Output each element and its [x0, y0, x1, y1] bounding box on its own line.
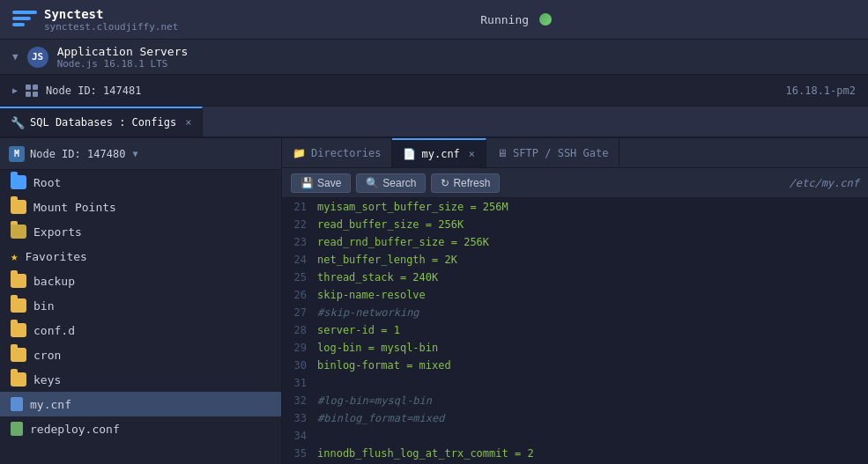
save-button[interactable]: 💾 Save	[291, 173, 351, 193]
arrow-right-icon: ▶	[12, 85, 18, 95]
sidebar-item-mount-points[interactable]: Mount Points	[0, 195, 281, 219]
sidebar-item-label: Favorites	[25, 250, 86, 263]
refresh-button[interactable]: ↻ Refresh	[431, 173, 500, 193]
file-path-label: /etc/my.cnf	[790, 177, 859, 189]
tab-close-icon[interactable]: ×	[185, 116, 191, 129]
sidebar-item-exports[interactable]: Exports	[0, 219, 281, 244]
code-line: 31	[282, 374, 868, 392]
line-content: log-bin = mysql-bin	[317, 339, 438, 357]
svg-rect-3	[33, 92, 38, 97]
sidebar-header[interactable]: M Node ID: 147480 ▼	[0, 138, 281, 170]
tab-close-icon[interactable]: ×	[469, 148, 475, 160]
tab-label: SFTP / SSH Gate	[513, 147, 608, 159]
save-icon: 💾	[300, 177, 314, 189]
file-icon: 📄	[403, 148, 416, 160]
line-number: 31	[282, 374, 317, 392]
line-number: 21	[282, 198, 317, 216]
svg-rect-0	[26, 85, 31, 90]
m-badge: M	[9, 146, 25, 162]
line-number: 24	[282, 251, 317, 269]
line-content: #binlog_format=mixed	[317, 409, 445, 427]
outer-tab-bar: 🔧 SQL Databases : Configs ×	[0, 107, 868, 138]
sidebar-item-bin[interactable]: bin	[0, 293, 281, 318]
sidebar-item-redeployconf[interactable]: redeploy.conf	[0, 416, 281, 441]
app-servers-label: Application Servers	[57, 45, 189, 58]
sidebar-item-backup[interactable]: backup	[0, 269, 281, 293]
folder-icon	[11, 323, 26, 337]
refresh-label: Refresh	[453, 177, 490, 189]
svg-rect-1	[33, 85, 38, 90]
node-selector-label: Node ID: 147480	[30, 148, 125, 160]
sidebar-item-label: backup	[33, 275, 75, 288]
app-info: Synctest synctest.cloudjiffy.net	[44, 7, 178, 33]
line-number: 30	[282, 357, 317, 374]
dropdown-arrow-icon: ▼	[132, 149, 137, 158]
line-content	[317, 427, 323, 445]
tab-sftp[interactable]: 🖥 SFTP / SSH Gate	[486, 138, 619, 167]
sidebar-item-label: keys	[33, 373, 61, 387]
sidebar-item-label: Mount Points	[33, 201, 116, 214]
line-number: 35	[282, 445, 317, 462]
line-content: server-id = 1	[317, 321, 400, 339]
sidebar-item-label: cron	[33, 349, 61, 362]
app-servers-info: Application Servers Node.js 16.18.1 LTS	[57, 45, 189, 70]
status-indicator	[538, 11, 553, 27]
tab-label: my.cnf	[421, 148, 459, 160]
sidebar-item-cron[interactable]: cron	[0, 342, 281, 367]
status-label: Running	[480, 13, 529, 26]
star-icon: ★	[11, 249, 18, 263]
code-line: 34	[282, 427, 868, 445]
code-line: 26skip-name-resolve	[282, 286, 868, 304]
code-line: 24net_buffer_length = 2K	[282, 251, 868, 269]
editor-toolbar: 💾 Save 🔍 Search ↻ Refresh /etc/my.cnf	[282, 168, 868, 198]
sidebar-item-label: redeploy.conf	[30, 423, 120, 436]
app-name: Synctest	[44, 7, 178, 21]
code-line: 25thread_stack = 240K	[282, 269, 868, 286]
sidebar-item-label: bin	[33, 299, 54, 313]
line-content: binlog-format = mixed	[317, 357, 451, 374]
tab-directories[interactable]: 📁 Directories	[282, 138, 392, 167]
search-label: Search	[382, 177, 416, 189]
app-servers-subtitle: Node.js 16.18.1 LTS	[57, 58, 189, 70]
top-bar: Synctest synctest.cloudjiffy.net Running	[0, 0, 868, 40]
line-content: thread_stack = 240K	[317, 269, 438, 286]
sidebar-item-confd[interactable]: conf.d	[0, 318, 281, 342]
refresh-icon: ↻	[441, 177, 449, 189]
file-icon	[11, 422, 23, 436]
svg-rect-2	[26, 92, 31, 97]
sidebar-item-mycnf[interactable]: my.cnf	[0, 392, 281, 416]
sidebar-item-label: conf.d	[33, 324, 75, 337]
sidebar-item-label: Exports	[33, 225, 82, 239]
line-number: 28	[282, 321, 317, 339]
code-line: 33#binlog_format=mixed	[282, 409, 868, 427]
expand-icon: ▼	[12, 51, 19, 63]
line-number: 29	[282, 339, 317, 357]
tab-label: SQL Databases : Configs	[30, 116, 176, 129]
code-line: 21myisam_sort_buffer_size = 256M	[282, 198, 868, 216]
sidebar: M Node ID: 147480 ▼ Root Mount Points Ex…	[0, 138, 282, 464]
code-line: 22read_buffer_size = 256K	[282, 216, 868, 233]
app-logo[interactable]: Synctest synctest.cloudjiffy.net	[12, 7, 178, 33]
tab-mycnf[interactable]: 📄 my.cnf ×	[392, 138, 486, 167]
search-button[interactable]: 🔍 Search	[356, 173, 426, 193]
node-row[interactable]: ▶ Node ID: 147481 16.18.1-pm2	[0, 75, 868, 107]
monitor-icon: 🖥	[497, 147, 508, 159]
search-icon: 🔍	[366, 177, 379, 189]
code-editor[interactable]: 21myisam_sort_buffer_size = 256M22read_b…	[282, 198, 868, 464]
line-number: 26	[282, 286, 317, 304]
app-servers-row[interactable]: ▼ JS Application Servers Node.js 16.18.1…	[0, 40, 868, 75]
node-version: 16.18.1-pm2	[786, 85, 856, 97]
tab-label: Directories	[311, 147, 381, 159]
code-line: 32#log-bin=mysql-bin	[282, 392, 868, 409]
line-content: read_buffer_size = 256K	[317, 216, 464, 233]
save-label: Save	[317, 177, 341, 189]
line-content: innodb_flush_log_at_trx_commit = 2	[317, 445, 534, 462]
line-number: 33	[282, 409, 317, 427]
sidebar-item-favorites[interactable]: ★ Favorites	[0, 244, 281, 269]
folder-icon	[11, 274, 26, 288]
line-number: 25	[282, 269, 317, 286]
sidebar-item-root[interactable]: Root	[0, 170, 281, 195]
sidebar-item-keys[interactable]: keys	[0, 367, 281, 392]
line-content: myisam_sort_buffer_size = 256M	[317, 198, 508, 216]
sql-databases-tab[interactable]: 🔧 SQL Databases : Configs ×	[0, 107, 203, 136]
